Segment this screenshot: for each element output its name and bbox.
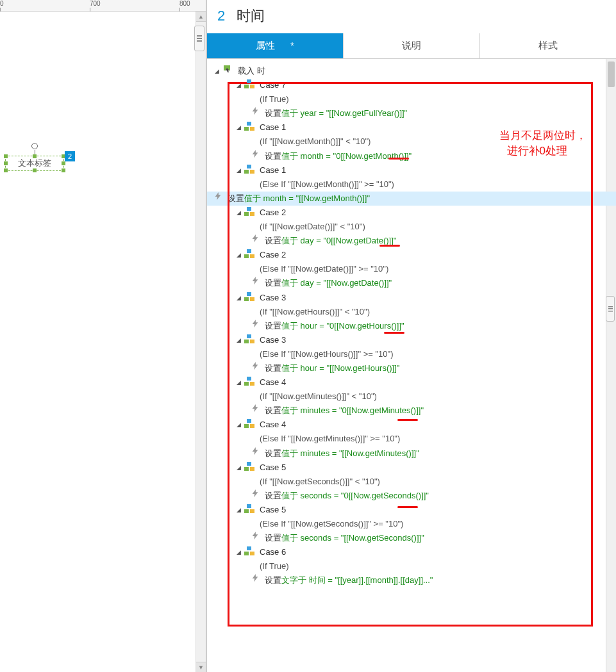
panel-collapse-button[interactable] [194, 26, 204, 51]
case-name: Case 4 [260, 418, 400, 432]
canvas-scrollbar[interactable]: ▲ ▼ [196, 12, 206, 672]
action-row[interactable]: 设置 值于 seconds = "0[[Now.getSeconds()]]" [251, 489, 603, 503]
case-row[interactable]: ◢Case 3(Else If "[[Now.getHours()]]" >= … [235, 333, 603, 361]
toggle-icon[interactable]: ◢ [235, 166, 242, 176]
case-condition: (If "[[Now.getHours()]]" < "10") [260, 305, 370, 319]
toggle-icon[interactable]: ◢ [213, 67, 220, 76]
toggle-icon[interactable]: ◢ [235, 548, 242, 557]
ruler: 0 700 800 [0, 0, 206, 12]
case-row[interactable]: ◢Case 4(Else If "[[Now.getMinutes()]]" >… [235, 418, 603, 446]
annotation-underline [384, 332, 404, 334]
toggle-icon[interactable]: ◢ [235, 420, 242, 430]
case-icon [244, 377, 254, 386]
case-row[interactable]: ◢Case 7(If True) [235, 78, 603, 106]
toggle-icon[interactable]: ◢ [235, 81, 242, 90]
tab-style[interactable]: 样式 [480, 33, 616, 58]
case-name: Case 2 [260, 206, 365, 220]
action-icon [251, 361, 261, 372]
toggle-icon[interactable]: ◢ [235, 250, 242, 260]
rotate-handle[interactable] [31, 143, 38, 149]
action-row[interactable]: 设置 值于 minutes = "[[Now.getMinutes()]]" [251, 447, 603, 461]
action-row[interactable]: 设置 值于 hour = "[[Now.getHours()]]" [251, 361, 603, 375]
annotation-underline [379, 245, 400, 247]
dirty-indicator: * [290, 40, 294, 51]
action-expression: 值于 minutes = "0[[Now.getMinutes()]]" [281, 404, 424, 418]
case-row[interactable]: ◢Case 2(Else If "[[Now.getDate()]]" >= "… [235, 248, 603, 276]
tab-label: 属性 [256, 40, 275, 51]
action-expression: 值于 month = "[[Now.getMonth()]]" [244, 192, 370, 206]
tab-properties[interactable]: 属性* [207, 33, 344, 58]
widget-index: 2 [217, 8, 225, 24]
action-icon [251, 404, 261, 414]
case-icon [244, 165, 254, 174]
ruler-tick: 0 [0, 0, 4, 7]
ruler-tick: 700 [90, 0, 101, 7]
action-label: 设置 [265, 531, 281, 545]
toggle-icon[interactable]: ◢ [235, 336, 242, 345]
case-row[interactable]: ◢Case 6(If True) [235, 545, 603, 573]
action-row[interactable]: 设置 值于 minutes = "0[[Now.getMinutes()]]" [251, 404, 603, 418]
action-icon [213, 192, 224, 202]
action-row[interactable]: 设置 值于 year = "[[Now.getFullYear()]]" [251, 106, 603, 120]
selected-widget[interactable]: 文本标签 2 [5, 156, 64, 171]
action-label: 设置 [228, 192, 244, 206]
event-tree: 当月不足两位时， 进行补0处理 ◢ 载入 时 ◢Case 7(If True)设… [207, 59, 616, 600]
case-name: Case 3 [260, 333, 393, 347]
annotation-underline [397, 419, 418, 421]
scroll-up-icon[interactable]: ▲ [196, 12, 206, 22]
toggle-icon[interactable]: ◢ [235, 208, 242, 218]
action-label: 设置 [265, 234, 281, 248]
case-icon [244, 79, 254, 88]
case-icon [244, 292, 254, 301]
toggle-icon[interactable]: ◢ [235, 505, 242, 515]
action-row[interactable]: 设置 值于 seconds = "[[Now.getSeconds()]]" [251, 531, 603, 545]
event-row[interactable]: ◢ 载入 时 [213, 64, 603, 78]
case-condition: (Else If "[[Now.getDate()]]" >= "10") [260, 262, 388, 276]
case-condition: (If "[[Now.getMonth()]]" < "10") [260, 135, 370, 149]
toggle-icon[interactable]: ◢ [235, 293, 242, 303]
case-icon [244, 462, 254, 471]
case-row[interactable]: ◢Case 5(If "[[Now.getSeconds()]]" < "10"… [235, 461, 603, 489]
annotation-text: 当月不足两位时， [499, 128, 587, 143]
annotation-underline [397, 506, 418, 508]
interaction-count-badge: 2 [65, 151, 75, 161]
inspector-tabs: 属性* 说明 样式 [207, 33, 616, 59]
toggle-icon[interactable]: ◢ [235, 123, 242, 133]
toggle-icon[interactable]: ◢ [235, 378, 242, 388]
case-row[interactable]: ◢Case 2(If "[[Now.getDate()]]" < "10") [235, 206, 603, 234]
case-condition: (If "[[Now.getSeconds()]]" < "10") [260, 475, 380, 489]
case-name: Case 6 [260, 545, 289, 559]
action-row[interactable]: 设置 值于 day = "[[Now.getDate()]]" [251, 276, 603, 290]
case-icon [244, 546, 254, 555]
selection-box[interactable]: 文本标签 2 [5, 156, 64, 171]
action-row[interactable]: 设置 文字于 时间 = "[[year]].[[month]].[[day]].… [251, 573, 603, 587]
case-row[interactable]: ◢Case 5(Else If "[[Now.getSeconds()]]" >… [235, 503, 603, 531]
scroll-down-icon[interactable]: ▼ [196, 662, 206, 672]
action-label: 设置 [265, 489, 281, 503]
case-name: Case 1 [260, 163, 394, 177]
case-condition: (Else If "[[Now.getSeconds()]]" >= "10") [260, 517, 403, 531]
action-icon [251, 319, 261, 329]
inspector-pane: 2 时间 属性* 说明 样式 当月不足两位时， 进行补0处理 ◢ 载入 时 ◢C… [206, 0, 616, 672]
canvas[interactable]: 文本标签 2 [0, 12, 206, 672]
case-row[interactable]: ◢Case 3(If "[[Now.getHours()]]" < "10") [235, 291, 603, 319]
action-icon [251, 106, 261, 117]
action-row[interactable]: 设置 值于 month = "[[Now.getMonth()]]" [207, 192, 616, 206]
action-expression: 值于 day = "[[Now.getDate()]]" [281, 276, 392, 290]
action-row[interactable]: 设置 值于 day = "0[[Now.getDate()]]" [251, 234, 603, 248]
case-condition: (Else If "[[Now.getMonth()]]" >= "10") [260, 177, 394, 192]
action-icon [251, 489, 261, 499]
case-condition: (If "[[Now.getMinutes()]]" < "10") [260, 389, 377, 404]
case-icon [244, 122, 254, 131]
case-condition: (If True) [260, 92, 289, 106]
case-row[interactable]: ◢Case 4(If "[[Now.getMinutes()]]" < "10"… [235, 375, 603, 404]
action-label: 设置 [265, 404, 281, 418]
case-row[interactable]: ◢Case 1(Else If "[[Now.getMonth()]]" >= … [235, 163, 603, 192]
tab-notes[interactable]: 说明 [344, 33, 480, 58]
widget-label: 文本标签 [18, 158, 51, 169]
interactions-panel[interactable]: 当月不足两位时， 进行补0处理 ◢ 载入 时 ◢Case 7(If True)设… [207, 59, 616, 672]
action-row[interactable]: 设置 值于 hour = "0[[Now.getHours()]]" [251, 319, 603, 333]
action-expression: 值于 seconds = "0[[Now.getSeconds()]]" [281, 489, 429, 503]
action-label: 设置 [265, 149, 281, 163]
toggle-icon[interactable]: ◢ [235, 463, 242, 473]
